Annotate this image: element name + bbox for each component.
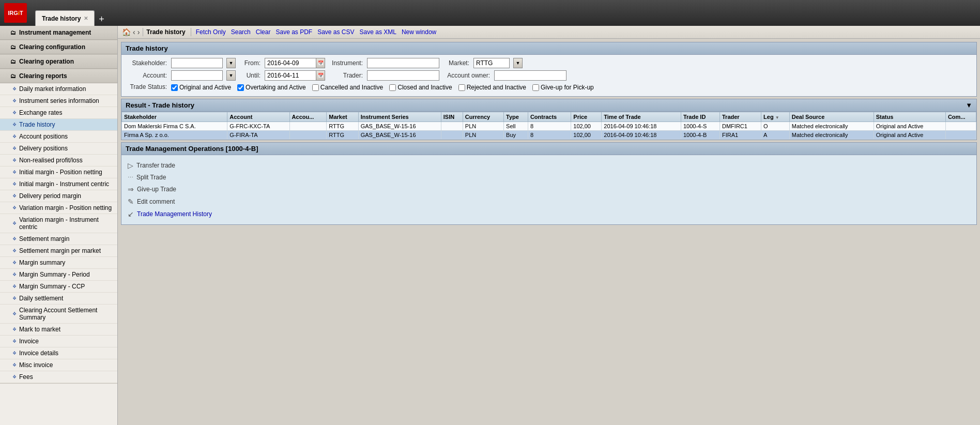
sidebar-header-clearing-reports[interactable]: Clearing reports (0, 69, 117, 83)
save-csv-button[interactable]: Save as CSV (316, 28, 356, 36)
clear-button[interactable]: Clear (254, 28, 272, 36)
management-panel-header: Trade Management Operations [1000-4-B] (121, 143, 976, 155)
account-dropdown[interactable]: ▼ (226, 70, 236, 81)
home-icon[interactable]: 🏠 (122, 28, 131, 36)
forward-icon[interactable]: › (137, 28, 140, 36)
cb-closed-inactive[interactable]: Closed and Inactive (389, 84, 452, 91)
col-com[interactable]: Com... (945, 112, 976, 122)
account-owner-input[interactable] (494, 70, 566, 81)
table-cell: 1000-4-B (681, 131, 719, 140)
cb-closed-inactive-input[interactable] (389, 84, 396, 91)
new-window-button[interactable]: New window (400, 28, 438, 36)
sidebar-item-23[interactable]: Fees (0, 371, 117, 383)
table-row[interactable]: Firma A Sp. z o.o.G-FIRA-TARTTGGAS_BASE_… (122, 131, 976, 140)
stakeholder-input[interactable] (171, 58, 223, 68)
col-market[interactable]: Market (327, 112, 358, 122)
trade-history-link[interactable]: Trade Management History (137, 210, 212, 218)
col-price[interactable]: Price (571, 112, 602, 122)
edit-comment-label: Edit comment (137, 198, 175, 205)
col-account[interactable]: Account (227, 112, 289, 122)
sidebar-item-19[interactable]: Mark to market (0, 324, 117, 336)
market-input[interactable] (473, 58, 510, 68)
col-type[interactable]: Type (504, 112, 528, 122)
sidebar-header-clearing-config[interactable]: Clearing configuration (0, 40, 117, 54)
trade-history-icon: ↙ (128, 210, 134, 218)
tab-trade-history[interactable]: Trade history ✕ (35, 10, 95, 26)
col-currency[interactable]: Currency (463, 112, 503, 122)
sidebar-item-6[interactable]: Non-realised profit/loss (0, 155, 117, 166)
results-collapse-icon[interactable]: ▼ (966, 101, 972, 109)
cb-giveup-pickup[interactable]: Give-up for Pick-up (532, 84, 594, 91)
sidebar-item-22[interactable]: Misc invoice (0, 359, 117, 371)
sidebar-item-12[interactable]: Settlement margin (0, 233, 117, 245)
split-trade-action[interactable]: ⋯ Split Trade (128, 172, 970, 183)
col-accou[interactable]: Accou... (289, 112, 327, 122)
account-input[interactable] (171, 70, 223, 81)
stakeholder-label: Stakeholder: (126, 59, 167, 67)
sidebar-item-17[interactable]: Daily settlement (0, 293, 117, 305)
edit-comment-action[interactable]: ✎ Edit comment (128, 195, 970, 208)
sidebar-header-clearing-op[interactable]: Clearing operation (0, 55, 117, 69)
sidebar-item-2[interactable]: Exchange rates (0, 107, 117, 119)
sidebar-item-11[interactable]: Variation margin - Instrument centric (0, 214, 117, 233)
col-leg[interactable]: Leg ▼ (761, 112, 790, 122)
from-date-btn[interactable]: 📅 (316, 58, 325, 68)
sidebar-item-7[interactable]: Initial margin - Position netting (0, 166, 117, 178)
add-tab-button[interactable]: + (95, 14, 109, 25)
cb-original-active-input[interactable] (171, 84, 178, 91)
until-date-input[interactable] (265, 70, 316, 81)
from-date-input[interactable] (265, 58, 316, 68)
sidebar-item-3[interactable]: Trade history (0, 119, 117, 131)
save-pdf-button[interactable]: Save as PDF (274, 28, 314, 36)
giveup-trade-action[interactable]: ⇒ Give-up Trade (128, 183, 970, 195)
cb-cancelled-inactive[interactable]: Cancelled and Inactive (312, 84, 383, 91)
save-xml-button[interactable]: Save as XML (358, 28, 398, 36)
sidebar-item-4[interactable]: Account positions (0, 131, 117, 143)
col-status[interactable]: Status (874, 112, 945, 122)
back-icon[interactable]: ‹ (133, 28, 135, 36)
fetch-only-button[interactable]: Fetch Only (194, 28, 227, 36)
stakeholder-dropdown[interactable]: ▼ (226, 58, 236, 68)
cb-overtaking-active[interactable]: Overtaking and Active (237, 84, 306, 91)
table-cell: A (761, 131, 790, 140)
col-instrument-series[interactable]: Instrument Series (358, 112, 441, 122)
col-contracts[interactable]: Contracts (528, 112, 571, 122)
col-trader[interactable]: Trader (720, 112, 761, 122)
sidebar-item-20[interactable]: Invoice (0, 336, 117, 347)
table-row[interactable]: Dom Maklerski Firma C S.A.G-FRC-KXC-TART… (122, 122, 976, 131)
tab-close-icon[interactable]: ✕ (84, 16, 88, 21)
cb-original-active[interactable]: Original and Active (171, 84, 231, 91)
cb-cancelled-inactive-input[interactable] (312, 84, 319, 91)
sidebar-item-5[interactable]: Delivery positions (0, 143, 117, 155)
table-cell: G-FIRA-TA (227, 131, 289, 140)
cb-rejected-inactive[interactable]: Rejected and Inactive (458, 84, 526, 91)
sidebar-item-21[interactable]: Invoice details (0, 347, 117, 359)
sidebar-item-8[interactable]: Initial margin - Instrument centric (0, 178, 117, 190)
table-cell: Buy (504, 131, 528, 140)
instrument-input[interactable] (367, 58, 439, 68)
sidebar-item-18[interactable]: Clearing Account Settlement Summary (0, 305, 117, 324)
market-dropdown[interactable]: ▼ (513, 58, 523, 68)
col-trade-id[interactable]: Trade ID (681, 112, 719, 122)
sidebar-item-14[interactable]: Margin summary (0, 257, 117, 269)
search-button[interactable]: Search (229, 28, 252, 36)
trader-input[interactable] (367, 70, 439, 81)
col-time-of-trade[interactable]: Time of Trade (602, 112, 681, 122)
col-stakeholder[interactable]: Stakeholder (122, 112, 227, 122)
cb-giveup-pickup-input[interactable] (532, 84, 539, 91)
sidebar-item-9[interactable]: Delivery period margin (0, 190, 117, 202)
trade-history-action[interactable]: ↙ Trade Management History (128, 208, 970, 220)
sidebar-header-instrument[interactable]: Instrument management (0, 26, 117, 40)
sidebar-item-16[interactable]: Margin Summary - CCP (0, 281, 117, 293)
sidebar-item-0[interactable]: Daily market information (0, 83, 117, 95)
sidebar-item-13[interactable]: Settlement margin per market (0, 245, 117, 257)
sidebar-item-15[interactable]: Margin Summary - Period (0, 269, 117, 281)
sidebar-item-10[interactable]: Variation margin - Position netting (0, 202, 117, 214)
sidebar-item-1[interactable]: Instrument series information (0, 95, 117, 107)
until-date-btn[interactable]: 📅 (316, 70, 325, 81)
cb-overtaking-active-input[interactable] (237, 84, 244, 91)
transfer-trade-action[interactable]: ▷ Transfer trade (128, 159, 970, 172)
cb-rejected-inactive-input[interactable] (458, 84, 465, 91)
col-isin[interactable]: ISIN (441, 112, 463, 122)
col-deal-source[interactable]: Deal Source (789, 112, 874, 122)
